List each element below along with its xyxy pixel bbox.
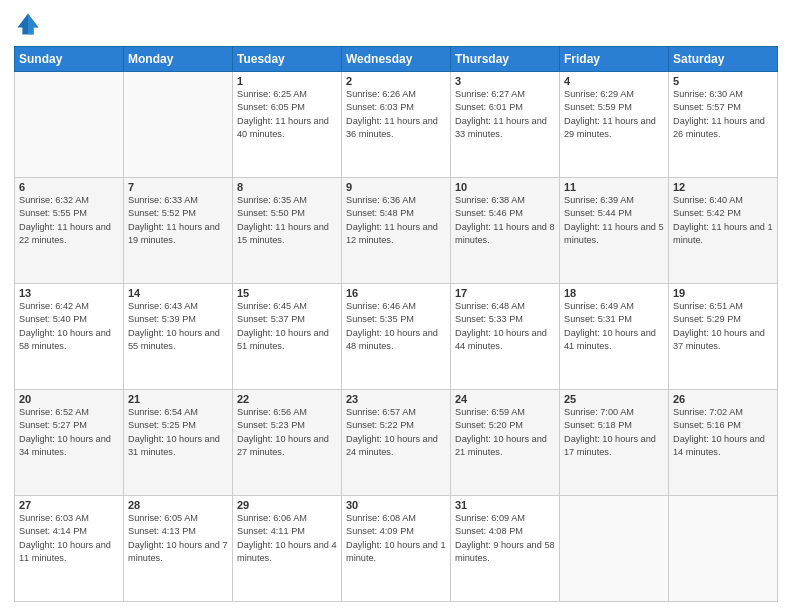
day-number: 4 (564, 75, 664, 87)
day-number: 8 (237, 181, 337, 193)
calendar-cell: 17Sunrise: 6:48 AMSunset: 5:33 PMDayligh… (451, 284, 560, 390)
day-number: 20 (19, 393, 119, 405)
calendar-cell: 21Sunrise: 6:54 AMSunset: 5:25 PMDayligh… (124, 390, 233, 496)
calendar-cell: 15Sunrise: 6:45 AMSunset: 5:37 PMDayligh… (233, 284, 342, 390)
day-number: 26 (673, 393, 773, 405)
day-info: Sunrise: 7:00 AMSunset: 5:18 PMDaylight:… (564, 406, 664, 459)
day-info: Sunrise: 6:46 AMSunset: 5:35 PMDaylight:… (346, 300, 446, 353)
weekday-header-sunday: Sunday (15, 47, 124, 72)
calendar-cell: 14Sunrise: 6:43 AMSunset: 5:39 PMDayligh… (124, 284, 233, 390)
calendar-cell (560, 496, 669, 602)
calendar-cell: 16Sunrise: 6:46 AMSunset: 5:35 PMDayligh… (342, 284, 451, 390)
day-info: Sunrise: 6:56 AMSunset: 5:23 PMDaylight:… (237, 406, 337, 459)
day-number: 29 (237, 499, 337, 511)
day-info: Sunrise: 6:39 AMSunset: 5:44 PMDaylight:… (564, 194, 664, 247)
day-info: Sunrise: 6:35 AMSunset: 5:50 PMDaylight:… (237, 194, 337, 247)
calendar-cell: 26Sunrise: 7:02 AMSunset: 5:16 PMDayligh… (669, 390, 778, 496)
week-row-3: 13Sunrise: 6:42 AMSunset: 5:40 PMDayligh… (15, 284, 778, 390)
day-info: Sunrise: 6:49 AMSunset: 5:31 PMDaylight:… (564, 300, 664, 353)
calendar-cell: 9Sunrise: 6:36 AMSunset: 5:48 PMDaylight… (342, 178, 451, 284)
weekday-header-friday: Friday (560, 47, 669, 72)
calendar-cell: 12Sunrise: 6:40 AMSunset: 5:42 PMDayligh… (669, 178, 778, 284)
week-row-2: 6Sunrise: 6:32 AMSunset: 5:55 PMDaylight… (15, 178, 778, 284)
day-number: 11 (564, 181, 664, 193)
calendar-cell: 30Sunrise: 6:08 AMSunset: 4:09 PMDayligh… (342, 496, 451, 602)
day-info: Sunrise: 6:29 AMSunset: 5:59 PMDaylight:… (564, 88, 664, 141)
day-number: 16 (346, 287, 446, 299)
calendar-cell: 31Sunrise: 6:09 AMSunset: 4:08 PMDayligh… (451, 496, 560, 602)
day-number: 24 (455, 393, 555, 405)
day-info: Sunrise: 6:40 AMSunset: 5:42 PMDaylight:… (673, 194, 773, 247)
day-number: 6 (19, 181, 119, 193)
calendar-cell: 13Sunrise: 6:42 AMSunset: 5:40 PMDayligh… (15, 284, 124, 390)
calendar-cell: 7Sunrise: 6:33 AMSunset: 5:52 PMDaylight… (124, 178, 233, 284)
day-number: 9 (346, 181, 446, 193)
day-info: Sunrise: 6:45 AMSunset: 5:37 PMDaylight:… (237, 300, 337, 353)
day-number: 18 (564, 287, 664, 299)
day-info: Sunrise: 6:30 AMSunset: 5:57 PMDaylight:… (673, 88, 773, 141)
day-number: 17 (455, 287, 555, 299)
calendar-cell: 18Sunrise: 6:49 AMSunset: 5:31 PMDayligh… (560, 284, 669, 390)
day-info: Sunrise: 6:57 AMSunset: 5:22 PMDaylight:… (346, 406, 446, 459)
day-info: Sunrise: 6:06 AMSunset: 4:11 PMDaylight:… (237, 512, 337, 565)
day-number: 30 (346, 499, 446, 511)
day-number: 25 (564, 393, 664, 405)
day-info: Sunrise: 6:38 AMSunset: 5:46 PMDaylight:… (455, 194, 555, 247)
calendar-cell (669, 496, 778, 602)
week-row-1: 1Sunrise: 6:25 AMSunset: 6:05 PMDaylight… (15, 72, 778, 178)
page: SundayMondayTuesdayWednesdayThursdayFrid… (0, 0, 792, 612)
day-info: Sunrise: 6:33 AMSunset: 5:52 PMDaylight:… (128, 194, 228, 247)
calendar-cell: 23Sunrise: 6:57 AMSunset: 5:22 PMDayligh… (342, 390, 451, 496)
day-number: 27 (19, 499, 119, 511)
day-info: Sunrise: 6:05 AMSunset: 4:13 PMDaylight:… (128, 512, 228, 565)
day-info: Sunrise: 6:54 AMSunset: 5:25 PMDaylight:… (128, 406, 228, 459)
weekday-header-wednesday: Wednesday (342, 47, 451, 72)
day-info: Sunrise: 6:09 AMSunset: 4:08 PMDaylight:… (455, 512, 555, 565)
day-number: 28 (128, 499, 228, 511)
calendar-cell: 1Sunrise: 6:25 AMSunset: 6:05 PMDaylight… (233, 72, 342, 178)
weekday-header-monday: Monday (124, 47, 233, 72)
day-number: 31 (455, 499, 555, 511)
calendar-cell: 3Sunrise: 6:27 AMSunset: 6:01 PMDaylight… (451, 72, 560, 178)
logo (14, 10, 46, 38)
day-number: 1 (237, 75, 337, 87)
day-info: Sunrise: 6:48 AMSunset: 5:33 PMDaylight:… (455, 300, 555, 353)
header (14, 10, 778, 38)
week-row-4: 20Sunrise: 6:52 AMSunset: 5:27 PMDayligh… (15, 390, 778, 496)
logo-icon (14, 10, 42, 38)
calendar-cell: 11Sunrise: 6:39 AMSunset: 5:44 PMDayligh… (560, 178, 669, 284)
calendar-cell: 22Sunrise: 6:56 AMSunset: 5:23 PMDayligh… (233, 390, 342, 496)
calendar-cell (124, 72, 233, 178)
calendar-cell (15, 72, 124, 178)
day-number: 13 (19, 287, 119, 299)
day-info: Sunrise: 6:36 AMSunset: 5:48 PMDaylight:… (346, 194, 446, 247)
calendar-cell: 28Sunrise: 6:05 AMSunset: 4:13 PMDayligh… (124, 496, 233, 602)
day-number: 14 (128, 287, 228, 299)
calendar-cell: 8Sunrise: 6:35 AMSunset: 5:50 PMDaylight… (233, 178, 342, 284)
calendar-cell: 29Sunrise: 6:06 AMSunset: 4:11 PMDayligh… (233, 496, 342, 602)
calendar-cell: 19Sunrise: 6:51 AMSunset: 5:29 PMDayligh… (669, 284, 778, 390)
day-info: Sunrise: 6:51 AMSunset: 5:29 PMDaylight:… (673, 300, 773, 353)
day-info: Sunrise: 6:52 AMSunset: 5:27 PMDaylight:… (19, 406, 119, 459)
day-info: Sunrise: 6:03 AMSunset: 4:14 PMDaylight:… (19, 512, 119, 565)
day-number: 2 (346, 75, 446, 87)
svg-marker-1 (28, 14, 39, 35)
day-info: Sunrise: 6:26 AMSunset: 6:03 PMDaylight:… (346, 88, 446, 141)
week-row-5: 27Sunrise: 6:03 AMSunset: 4:14 PMDayligh… (15, 496, 778, 602)
calendar-cell: 24Sunrise: 6:59 AMSunset: 5:20 PMDayligh… (451, 390, 560, 496)
calendar-cell: 2Sunrise: 6:26 AMSunset: 6:03 PMDaylight… (342, 72, 451, 178)
weekday-header-tuesday: Tuesday (233, 47, 342, 72)
day-number: 15 (237, 287, 337, 299)
day-number: 23 (346, 393, 446, 405)
day-info: Sunrise: 6:42 AMSunset: 5:40 PMDaylight:… (19, 300, 119, 353)
day-number: 3 (455, 75, 555, 87)
day-number: 21 (128, 393, 228, 405)
weekday-header-thursday: Thursday (451, 47, 560, 72)
day-number: 19 (673, 287, 773, 299)
calendar-cell: 6Sunrise: 6:32 AMSunset: 5:55 PMDaylight… (15, 178, 124, 284)
day-info: Sunrise: 6:32 AMSunset: 5:55 PMDaylight:… (19, 194, 119, 247)
calendar-cell: 20Sunrise: 6:52 AMSunset: 5:27 PMDayligh… (15, 390, 124, 496)
day-info: Sunrise: 6:59 AMSunset: 5:20 PMDaylight:… (455, 406, 555, 459)
calendar-cell: 27Sunrise: 6:03 AMSunset: 4:14 PMDayligh… (15, 496, 124, 602)
day-number: 12 (673, 181, 773, 193)
